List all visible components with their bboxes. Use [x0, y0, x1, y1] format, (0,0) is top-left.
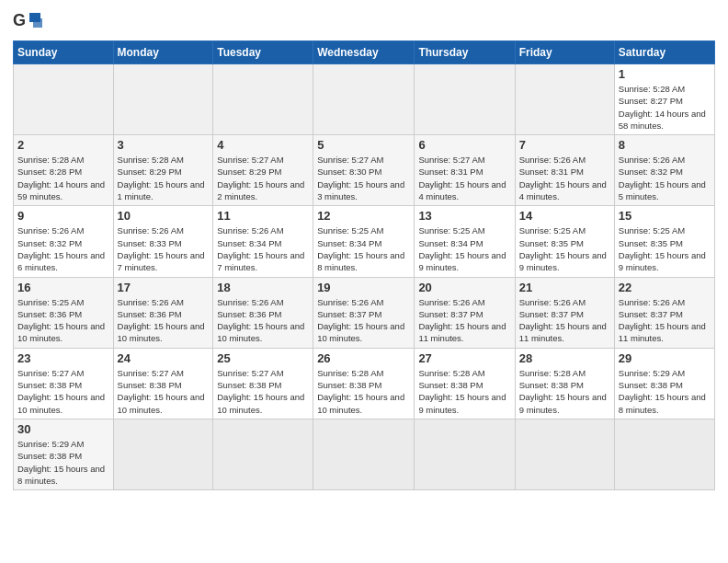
day-info: Sunrise: 5:25 AM Sunset: 8:34 PM Dayligh…: [418, 224, 510, 273]
day-number: 25: [217, 351, 309, 365]
day-number: 9: [17, 209, 109, 223]
day-info: Sunrise: 5:25 AM Sunset: 8:34 PM Dayligh…: [317, 224, 410, 273]
calendar-table: SundayMondayTuesdayWednesdayThursdayFrid…: [13, 40, 715, 490]
day-info: Sunrise: 5:28 AM Sunset: 8:38 PM Dayligh…: [317, 367, 410, 416]
day-info: Sunrise: 5:27 AM Sunset: 8:29 PM Dayligh…: [217, 154, 309, 202]
calendar-cell: 13Sunrise: 5:25 AM Sunset: 8:34 PM Dayli…: [415, 206, 515, 277]
day-info: Sunrise: 5:26 AM Sunset: 8:36 PM Dayligh…: [118, 296, 210, 345]
day-number: 6: [418, 138, 510, 152]
calendar-week-row: 30Sunrise: 5:29 AM Sunset: 8:38 PM Dayli…: [14, 419, 715, 489]
day-number: 28: [519, 351, 610, 365]
day-number: 8: [619, 138, 711, 152]
day-number: 11: [217, 209, 309, 223]
day-number: 7: [519, 138, 610, 152]
day-number: 26: [317, 351, 410, 365]
day-info: Sunrise: 5:28 AM Sunset: 8:38 PM Dayligh…: [519, 367, 610, 416]
weekday-header-friday: Friday: [515, 41, 614, 64]
day-number: 13: [418, 209, 510, 223]
calendar-cell: 24Sunrise: 5:27 AM Sunset: 8:38 PM Dayli…: [113, 348, 213, 419]
day-info: Sunrise: 5:25 AM Sunset: 8:36 PM Dayligh…: [17, 296, 109, 345]
calendar-cell: 8Sunrise: 5:26 AM Sunset: 8:32 PM Daylig…: [614, 135, 714, 206]
weekday-header-monday: Monday: [113, 41, 213, 64]
day-info: Sunrise: 5:27 AM Sunset: 8:30 PM Dayligh…: [317, 154, 410, 202]
day-number: 29: [619, 351, 711, 365]
calendar-week-row: 23Sunrise: 5:27 AM Sunset: 8:38 PM Dayli…: [14, 348, 715, 419]
calendar-cell: [213, 419, 313, 489]
day-info: Sunrise: 5:25 AM Sunset: 8:35 PM Dayligh…: [619, 224, 711, 273]
weekday-header-row: SundayMondayTuesdayWednesdayThursdayFrid…: [14, 41, 715, 64]
day-number: 2: [17, 138, 109, 152]
header: G: [13, 9, 715, 33]
weekday-header-wednesday: Wednesday: [313, 41, 415, 64]
calendar-cell: 12Sunrise: 5:25 AM Sunset: 8:34 PM Dayli…: [313, 206, 415, 277]
calendar-cell: 19Sunrise: 5:26 AM Sunset: 8:37 PM Dayli…: [313, 277, 415, 348]
calendar-cell: 2Sunrise: 5:28 AM Sunset: 8:28 PM Daylig…: [14, 135, 114, 206]
calendar-cell: 25Sunrise: 5:27 AM Sunset: 8:38 PM Dayli…: [213, 348, 313, 419]
day-number: 30: [17, 422, 109, 436]
calendar-cell: 16Sunrise: 5:25 AM Sunset: 8:36 PM Dayli…: [14, 277, 114, 348]
calendar-cell: 22Sunrise: 5:26 AM Sunset: 8:37 PM Dayli…: [614, 277, 714, 348]
day-info: Sunrise: 5:26 AM Sunset: 8:33 PM Dayligh…: [118, 224, 210, 273]
calendar-cell: 7Sunrise: 5:26 AM Sunset: 8:31 PM Daylig…: [515, 135, 614, 206]
day-info: Sunrise: 5:26 AM Sunset: 8:34 PM Dayligh…: [217, 224, 309, 273]
day-info: Sunrise: 5:26 AM Sunset: 8:37 PM Dayligh…: [619, 296, 711, 345]
calendar-cell: 27Sunrise: 5:28 AM Sunset: 8:38 PM Dayli…: [415, 348, 515, 419]
weekday-header-sunday: Sunday: [14, 41, 114, 64]
svg-text:G: G: [13, 11, 26, 29]
day-info: Sunrise: 5:28 AM Sunset: 8:29 PM Dayligh…: [118, 154, 210, 202]
day-info: Sunrise: 5:27 AM Sunset: 8:38 PM Dayligh…: [118, 367, 210, 416]
day-info: Sunrise: 5:26 AM Sunset: 8:31 PM Dayligh…: [519, 154, 610, 202]
calendar-cell: 5Sunrise: 5:27 AM Sunset: 8:30 PM Daylig…: [313, 135, 415, 206]
calendar-cell: 29Sunrise: 5:29 AM Sunset: 8:38 PM Dayli…: [614, 348, 714, 419]
calendar-cell: [415, 419, 515, 489]
calendar-cell: 9Sunrise: 5:26 AM Sunset: 8:32 PM Daylig…: [14, 206, 114, 277]
weekday-header-thursday: Thursday: [415, 41, 515, 64]
calendar-page: G SundayMondayTuesdayWednesdayThursdayFr…: [0, 0, 728, 503]
day-info: Sunrise: 5:26 AM Sunset: 8:37 PM Dayligh…: [519, 296, 610, 345]
calendar-cell: [313, 419, 415, 489]
calendar-cell: 18Sunrise: 5:26 AM Sunset: 8:36 PM Dayli…: [213, 277, 313, 348]
day-number: 20: [418, 281, 510, 294]
calendar-cell: [213, 64, 313, 135]
day-info: Sunrise: 5:25 AM Sunset: 8:35 PM Dayligh…: [519, 224, 610, 273]
day-info: Sunrise: 5:26 AM Sunset: 8:32 PM Dayligh…: [17, 224, 109, 273]
day-number: 27: [418, 351, 510, 365]
day-info: Sunrise: 5:29 AM Sunset: 8:38 PM Dayligh…: [17, 438, 109, 487]
day-number: 1: [619, 67, 711, 81]
day-number: 24: [118, 351, 210, 365]
calendar-cell: [415, 64, 515, 135]
calendar-cell: 3Sunrise: 5:28 AM Sunset: 8:29 PM Daylig…: [113, 135, 213, 206]
calendar-cell: 26Sunrise: 5:28 AM Sunset: 8:38 PM Dayli…: [313, 348, 415, 419]
day-number: 4: [217, 138, 309, 152]
day-number: 5: [317, 138, 410, 152]
calendar-cell: 23Sunrise: 5:27 AM Sunset: 8:38 PM Dayli…: [14, 348, 114, 419]
day-info: Sunrise: 5:28 AM Sunset: 8:38 PM Dayligh…: [418, 367, 510, 416]
calendar-cell: 11Sunrise: 5:26 AM Sunset: 8:34 PM Dayli…: [213, 206, 313, 277]
day-info: Sunrise: 5:28 AM Sunset: 8:28 PM Dayligh…: [17, 154, 109, 202]
day-info: Sunrise: 5:29 AM Sunset: 8:38 PM Dayligh…: [619, 367, 711, 416]
day-number: 12: [317, 209, 410, 223]
calendar-week-row: 9Sunrise: 5:26 AM Sunset: 8:32 PM Daylig…: [14, 206, 715, 277]
calendar-cell: 17Sunrise: 5:26 AM Sunset: 8:36 PM Dayli…: [113, 277, 213, 348]
calendar-cell: 28Sunrise: 5:28 AM Sunset: 8:38 PM Dayli…: [515, 348, 614, 419]
calendar-cell: 10Sunrise: 5:26 AM Sunset: 8:33 PM Dayli…: [113, 206, 213, 277]
calendar-cell: [515, 64, 614, 135]
day-number: 16: [17, 281, 109, 294]
calendar-cell: [113, 419, 213, 489]
day-number: 10: [118, 209, 210, 223]
day-number: 19: [317, 281, 410, 294]
day-number: 17: [118, 281, 210, 294]
calendar-cell: [14, 64, 114, 135]
weekday-header-tuesday: Tuesday: [213, 41, 313, 64]
calendar-cell: 14Sunrise: 5:25 AM Sunset: 8:35 PM Dayli…: [515, 206, 614, 277]
calendar-cell: 30Sunrise: 5:29 AM Sunset: 8:38 PM Dayli…: [14, 419, 114, 489]
day-number: 22: [619, 281, 711, 294]
calendar-cell: 4Sunrise: 5:27 AM Sunset: 8:29 PM Daylig…: [213, 135, 313, 206]
day-number: 23: [17, 351, 109, 365]
calendar-cell: [515, 419, 614, 489]
calendar-body: 1Sunrise: 5:28 AM Sunset: 8:27 PM Daylig…: [14, 64, 715, 490]
weekday-header-saturday: Saturday: [614, 41, 714, 64]
day-number: 15: [619, 209, 711, 223]
logo-icon: G: [13, 9, 42, 33]
logo: G: [13, 9, 46, 33]
